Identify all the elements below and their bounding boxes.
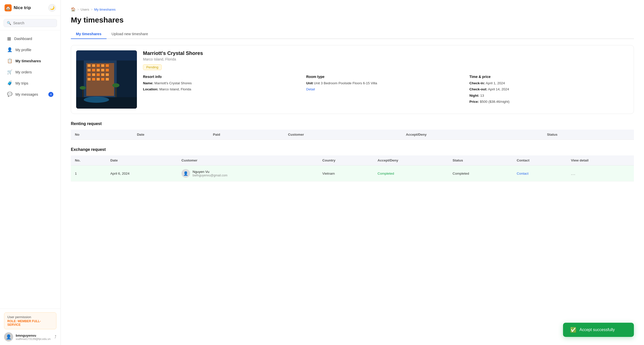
room-unit: Unit Unit 3 Bedroom Poolside Floors 6-15… <box>306 81 465 86</box>
exchange-accept-deny: Completed <box>373 166 449 181</box>
svg-rect-14 <box>92 73 95 76</box>
svg-rect-5 <box>97 64 100 67</box>
svg-point-24 <box>84 97 109 103</box>
tab-upload-new[interactable]: Upload new timeshare <box>107 29 153 39</box>
breadcrumb-users: Users <box>81 8 89 11</box>
sidebar-item-my-orders[interactable]: 🛒 My orders <box>2 67 58 77</box>
exchange-col-view-detail: View detail <box>567 155 634 166</box>
svg-rect-16 <box>101 73 104 76</box>
tab-my-timeshares[interactable]: My timeshares <box>71 29 107 39</box>
logo-icon: 🏠 <box>5 4 12 11</box>
nav-icon-my-profile: 👤 <box>7 47 12 52</box>
exchange-request-section: Exchange request No.DateCustomerCountryA… <box>71 147 634 181</box>
checkout: Check-out: April 14, 2024 <box>469 87 629 92</box>
resort-info-title: Resort info <box>143 75 302 79</box>
svg-rect-11 <box>101 69 104 71</box>
svg-rect-20 <box>97 78 100 80</box>
exchange-date: April 6, 2024 <box>106 166 177 181</box>
svg-rect-22 <box>106 78 109 80</box>
svg-rect-21 <box>101 78 104 80</box>
exchange-col-customer: Customer <box>177 155 318 166</box>
nav-label-my-trips: My trips <box>15 81 28 85</box>
status-badge: Pending <box>143 64 162 70</box>
svg-rect-29 <box>76 50 137 60</box>
sidebar-item-my-timeshares[interactable]: 📋 My timeshares <box>2 55 58 66</box>
exchange-col-country: Country <box>318 155 373 166</box>
exchange-contact[interactable]: Contact <box>513 166 567 181</box>
sidebar-item-my-profile[interactable]: 👤 My profile <box>2 44 58 55</box>
price: Price: $500 ($38.46/night) <box>469 99 629 104</box>
renting-request-thead: NoDatePaidCustomerAccept/DenyStatus <box>71 130 634 140</box>
time-price-title: Time & price <box>469 75 629 79</box>
resort-name: Marriott's Crystal Shores <box>143 50 629 56</box>
renting-request-table-container: NoDatePaidCustomerAccept/DenyStatus <box>71 130 634 140</box>
exchange-col-contact: Contact <box>513 155 567 166</box>
user-info: 👤 bmnguyenvu vudhnse173139@fpt.edu.vn ⤴ <box>4 332 56 341</box>
nav-icon-my-orders: 🛒 <box>7 69 12 75</box>
search-icon: 🔍 <box>7 21 11 25</box>
home-icon[interactable]: 🏠 <box>71 7 76 12</box>
exchange-country: Vietnam <box>318 166 373 181</box>
dark-mode-button[interactable]: 🌙 <box>48 4 56 12</box>
page-title: My timeshares <box>71 16 634 24</box>
time-price-section: Time & price Check-in: April 1, 2024 Che… <box>469 75 629 105</box>
breadcrumb-sep-1: > <box>77 8 79 11</box>
customer-name: Nguyen Vu <box>193 170 227 174</box>
app-name: Nice trip <box>14 5 31 10</box>
exchange-request-title: Exchange request <box>71 147 634 152</box>
customer-avatar: 👤 <box>181 169 190 178</box>
exchange-col-no-: No. <box>71 155 106 166</box>
nav-label-my-messages: My messages <box>15 92 38 96</box>
svg-rect-8 <box>88 69 91 71</box>
exchange-request-header-row: No.DateCustomerCountryAccept/DenyStatusC… <box>71 155 634 166</box>
exchange-view-detail[interactable]: ... <box>567 166 634 181</box>
renting-request-section: Renting request NoDatePaidCustomerAccept… <box>71 121 634 140</box>
nav-icon-my-messages: 💬 <box>7 92 12 97</box>
main-content: 🏠 > Users > My timeshares My timeshares … <box>61 0 644 345</box>
detail-link[interactable]: Detail <box>306 87 315 91</box>
exchange-col-status: Status <box>448 155 513 166</box>
exchange-request-tbody: 1 April 6, 2024 👤 Nguyen Vu bwfnguyenvu@… <box>71 166 634 181</box>
room-type-section: Room type Unit Unit 3 Bedroom Poolside F… <box>306 75 465 105</box>
renting-col-status: Status <box>543 130 634 140</box>
tabs: My timeshares Upload new timeshare <box>71 29 634 39</box>
svg-rect-19 <box>92 78 95 80</box>
nav-icon-dashboard: ▦ <box>7 36 11 41</box>
resort-info-name: Name: Marriott's Crystal Shores <box>143 81 302 86</box>
sidebar-logo: 🏠 Nice trip <box>5 4 31 11</box>
avatar: 👤 <box>4 332 13 341</box>
info-grid: Resort info Name: Marriott's Crystal Sho… <box>143 75 629 105</box>
nav-label-my-timeshares: My timeshares <box>15 59 41 63</box>
svg-rect-17 <box>106 73 109 76</box>
user-permission-label: User permission <box>7 315 53 319</box>
exchange-request-table-container: No.DateCustomerCountryAccept/DenyStatusC… <box>71 155 634 181</box>
user-permission-box: User permission ROLE: MEMBER FULL-SERVIC… <box>4 312 56 329</box>
nav-label-my-orders: My orders <box>15 70 32 74</box>
renting-col-no: No <box>71 130 133 140</box>
renting-col-accept-deny: Accept/Deny <box>402 130 543 140</box>
svg-rect-10 <box>97 69 100 71</box>
svg-rect-25 <box>115 86 116 97</box>
user-role: ROLE: MEMBER FULL-SERVICE <box>7 319 53 327</box>
svg-rect-3 <box>88 64 91 67</box>
logo-emoji: 🏠 <box>6 6 11 10</box>
nav-icon-my-timeshares: 📋 <box>7 58 12 64</box>
room-type-title: Room type <box>306 75 465 79</box>
customer-email: bwfnguyenvu@gmail.com <box>193 174 227 177</box>
table-row: 1 April 6, 2024 👤 Nguyen Vu bwfnguyenvu@… <box>71 166 634 181</box>
sidebar-item-dashboard[interactable]: ▦ Dashboard <box>2 33 58 44</box>
exchange-request-table: No.DateCustomerCountryAccept/DenyStatusC… <box>71 155 634 181</box>
search-input[interactable] <box>13 21 54 25</box>
sidebar-item-my-trips[interactable]: 🧳 My trips <box>2 78 58 89</box>
user-name: bmnguyenvu <box>16 334 52 337</box>
breadcrumb-timeshares[interactable]: My timeshares <box>94 8 116 11</box>
sidebar-item-my-messages[interactable]: 💬 My messages 4 <box>2 89 58 100</box>
breadcrumb-sep-2: > <box>91 8 93 11</box>
exchange-request-thead: No.DateCustomerCountryAccept/DenyStatusC… <box>71 155 634 166</box>
svg-point-26 <box>112 83 119 87</box>
timeshare-card: Marriott's Crystal Shores Marco Island, … <box>71 45 634 114</box>
search-box[interactable]: 🔍 <box>4 19 57 27</box>
logout-button[interactable]: ⤴ <box>54 335 56 339</box>
resort-info-location: Location: Marco Island, Florida <box>143 87 302 92</box>
sidebar-nav: ▦ Dashboard 👤 My profile 📋 My timeshares… <box>0 30 60 309</box>
